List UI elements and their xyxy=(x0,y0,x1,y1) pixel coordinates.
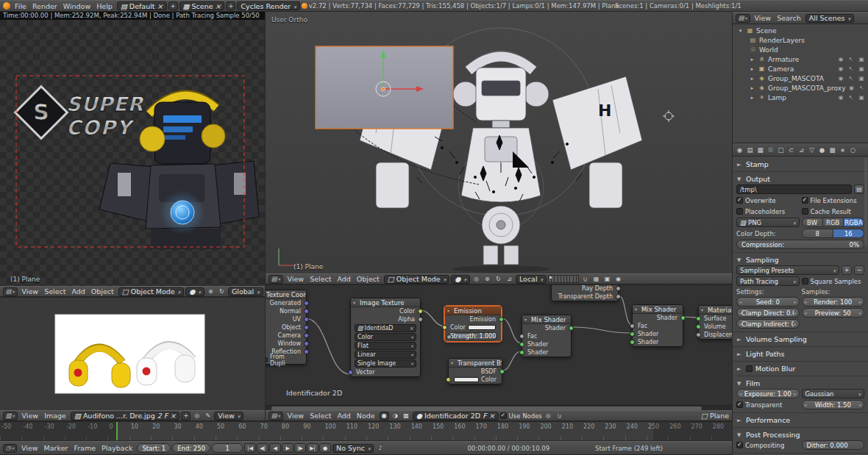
input-socket[interactable] xyxy=(348,370,353,375)
shader-nodes-icon[interactable]: ● xyxy=(380,412,389,420)
visibility-toggle[interactable]: ◉ xyxy=(847,85,855,91)
mode-select[interactable]: □Object Mode xyxy=(384,275,449,284)
play-reverse-button[interactable]: ◀ xyxy=(269,443,281,453)
visibility-toggle[interactable]: ◉ xyxy=(837,56,844,62)
collapse-icon[interactable]: ► xyxy=(737,351,743,357)
disclosure-icon[interactable]: ▾ xyxy=(737,28,744,34)
channel-bw-button[interactable]: BW xyxy=(802,218,823,227)
node-title[interactable]: Image Texture xyxy=(351,298,420,307)
node-transparent-bsdf[interactable]: Transparent BSDF BSDF Color xyxy=(448,358,502,384)
filter-width-field[interactable]: Width: 1.50 xyxy=(802,400,865,409)
item-label[interactable]: World xyxy=(759,46,778,54)
outliner-row-group-mascota-proxy[interactable]: ▸ ◈ Group_MASCOTA_proxy ◉↖▣ xyxy=(733,83,868,93)
depth-16-button[interactable]: 16 xyxy=(833,229,864,238)
manipulator-rotate-icon[interactable]: ↻ xyxy=(494,275,503,284)
preview-samples-field[interactable]: Preview: 50 xyxy=(802,308,865,318)
record-button[interactable]: ● xyxy=(319,443,331,453)
panel-title[interactable]: Performance xyxy=(746,416,790,424)
menu-item[interactable]: Frame xyxy=(71,444,99,452)
tab-object-icon[interactable]: □ xyxy=(776,145,786,155)
panel-title[interactable]: Output xyxy=(746,175,770,183)
input-socket[interactable] xyxy=(446,377,451,382)
item-label[interactable]: Armature xyxy=(768,56,799,63)
outliner-row-scene[interactable]: ▾ ▦ Scene xyxy=(733,26,868,35)
filter-type-select[interactable]: Gaussian xyxy=(802,389,865,398)
disclosure-icon[interactable]: ▸ xyxy=(749,95,755,101)
orientation-select[interactable]: Local xyxy=(516,275,547,284)
pivot-icon[interactable]: ◎ xyxy=(472,275,481,284)
placeholders-checkbox[interactable]: Placeholders xyxy=(736,208,800,215)
disclosure-icon[interactable]: ▸ xyxy=(749,66,755,72)
render-toggle[interactable]: ▣ xyxy=(858,75,865,82)
editor-type-button[interactable]: ▤ xyxy=(268,275,283,284)
outliner-row-lamp[interactable]: ▸ ☀ Lamp ◉↖▣ xyxy=(733,93,868,102)
manipulator-translate-icon[interactable]: ⊕ xyxy=(483,275,492,284)
panel-title[interactable]: Film xyxy=(746,379,760,387)
material-datablock[interactable]: ● Identificador 2D F × xyxy=(413,412,499,420)
node-image-texture[interactable]: Image Texture Color Alpha ▨IdentidaD× Co… xyxy=(350,298,421,377)
outliner-row-renderlayers[interactable]: ▤ RenderLayers xyxy=(733,35,868,45)
output-socket[interactable] xyxy=(304,333,309,338)
checkbox[interactable] xyxy=(500,412,507,419)
checkbox[interactable] xyxy=(736,401,743,408)
square-samples-checkbox[interactable]: Square Samples xyxy=(802,278,865,285)
panel-performance[interactable]: ►Performance xyxy=(733,415,868,428)
collapse-icon[interactable]: ▼ xyxy=(737,176,743,182)
editor-type-button[interactable]: ▤ xyxy=(736,14,750,23)
color-swatch[interactable] xyxy=(454,377,479,382)
menu-item[interactable]: Select xyxy=(41,287,68,295)
menu-item[interactable]: File xyxy=(12,2,29,10)
shading-select[interactable]: ● xyxy=(451,275,470,284)
render-opengl-anim-icon[interactable]: ◉ xyxy=(613,275,623,284)
editor-type-button[interactable]: ▨ xyxy=(3,412,18,420)
panel-title[interactable]: Volume Sampling xyxy=(746,335,807,343)
pin-icon[interactable]: ◎ xyxy=(544,412,553,420)
selectability-toggle[interactable]: ↖ xyxy=(847,75,855,82)
output-socket[interactable] xyxy=(304,325,309,330)
jump-to-start-button[interactable]: |◀ xyxy=(244,443,256,453)
exposure-field[interactable]: Exposure: 1.00 xyxy=(736,389,800,398)
mode-select[interactable]: □Object Mode xyxy=(118,287,184,296)
panel-volume-sampling[interactable]: ►Volume Sampling xyxy=(733,334,868,347)
output-socket[interactable] xyxy=(418,317,423,322)
menu-item[interactable]: Select xyxy=(307,412,334,420)
selectability-toggle[interactable]: ↖ xyxy=(858,85,865,91)
checkbox[interactable] xyxy=(802,208,808,215)
render-opengl-icon[interactable]: ▣ xyxy=(602,275,612,284)
output-socket[interactable] xyxy=(304,317,309,322)
channel-rgb-button[interactable]: RGB xyxy=(823,218,844,227)
cache-result-checkbox[interactable]: Cache Result xyxy=(802,208,865,215)
jump-to-end-button[interactable]: ▶| xyxy=(307,443,319,453)
compositing-checkbox[interactable]: Compositing xyxy=(736,442,800,449)
menu-item[interactable]: Image xyxy=(41,412,69,420)
input-socket[interactable] xyxy=(519,334,524,339)
menu-item[interactable]: Node xyxy=(354,412,378,420)
output-socket[interactable] xyxy=(304,309,309,314)
screen-layout-select[interactable]: ▤ Default × xyxy=(117,1,167,10)
output-socket[interactable] xyxy=(616,294,621,299)
input-socket[interactable] xyxy=(447,334,452,340)
input-socket[interactable] xyxy=(630,332,635,337)
manipulator-scale-icon[interactable]: ⊿ xyxy=(505,275,514,284)
grease-pencil-icon[interactable]: ✎ xyxy=(203,412,213,420)
input-socket[interactable] xyxy=(696,316,701,321)
output-path-field[interactable]: /tmp\ xyxy=(736,184,852,194)
input-socket[interactable] xyxy=(630,323,635,329)
checkbox[interactable] xyxy=(736,442,743,448)
scrollbar-thumb[interactable] xyxy=(271,406,702,410)
compositing-nodes-icon[interactable]: ◑ xyxy=(391,412,400,420)
seed-field[interactable]: Seed: 0 xyxy=(736,297,800,307)
users-count-button[interactable]: 2 xyxy=(157,412,162,420)
item-label[interactable]: Scene xyxy=(756,27,776,35)
add-layout-button[interactable]: + xyxy=(168,1,178,10)
disclosure-icon[interactable]: ▸ xyxy=(749,57,755,62)
selectability-toggle[interactable]: ↖ xyxy=(847,94,855,101)
fake-user-button[interactable]: F xyxy=(483,412,486,420)
pin-icon[interactable]: ◎ xyxy=(192,412,202,420)
snap-element-icon[interactable]: ▦ xyxy=(591,275,601,284)
output-socket[interactable] xyxy=(616,286,621,291)
dither-slider[interactable]: Dither: 0.000 xyxy=(802,440,865,450)
file-browse-button[interactable]: ▤ xyxy=(854,184,864,194)
collapse-icon[interactable]: ▼ xyxy=(737,257,743,263)
node-title[interactable]: Transparent BSDF xyxy=(449,359,502,368)
